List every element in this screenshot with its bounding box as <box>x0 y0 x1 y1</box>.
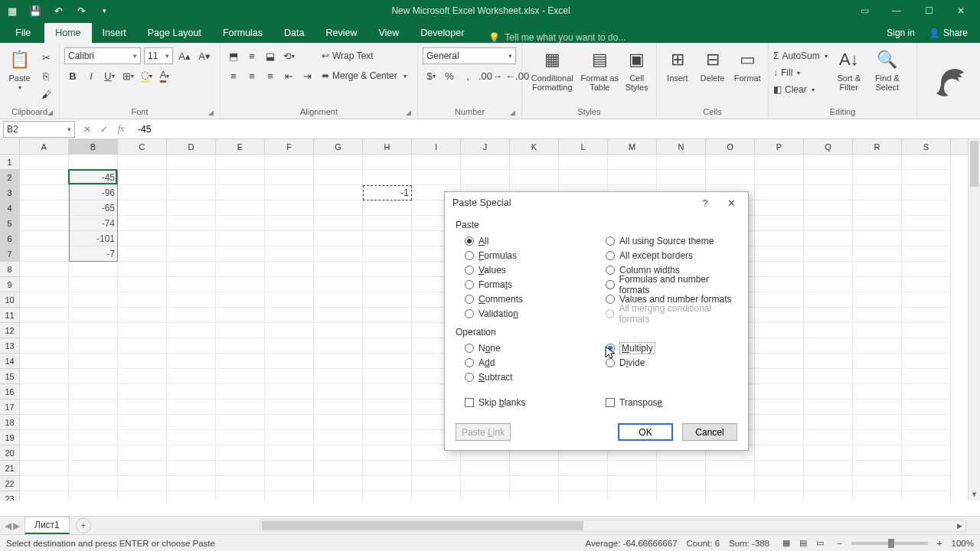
cell-Q19[interactable] <box>804 430 853 445</box>
cell-F19[interactable] <box>265 430 314 445</box>
cell-H21[interactable] <box>363 461 412 476</box>
column-header-E[interactable]: E <box>216 139 265 154</box>
column-header-O[interactable]: O <box>706 139 755 154</box>
cell-E22[interactable] <box>216 476 265 491</box>
cell-P19[interactable] <box>755 430 804 445</box>
normal-view-icon[interactable]: ▦ <box>779 537 794 549</box>
font-color-button[interactable]: A▾ <box>156 67 173 84</box>
radio-all-using-source-theme[interactable]: All using Source theme <box>596 233 737 248</box>
row-header-6[interactable]: 6 <box>0 231 20 246</box>
cell-R13[interactable] <box>853 338 902 354</box>
percent-format-icon[interactable]: % <box>441 67 458 84</box>
cell-Q11[interactable] <box>804 308 853 323</box>
zoom-out-icon[interactable]: − <box>837 539 842 548</box>
column-header-H[interactable]: H <box>363 139 412 154</box>
row-header-13[interactable]: 13 <box>0 338 20 354</box>
cell-H7[interactable] <box>363 246 412 262</box>
transpose-checkbox[interactable]: Transpose <box>596 395 737 409</box>
cell-E5[interactable] <box>216 216 265 231</box>
cell-Q20[interactable] <box>804 445 853 461</box>
cell-Q8[interactable] <box>804 262 853 277</box>
cell-Q22[interactable] <box>804 476 853 491</box>
cell-B18[interactable] <box>69 415 118 430</box>
cell-P6[interactable] <box>755 231 804 246</box>
cell-F22[interactable] <box>265 476 314 491</box>
cell-R11[interactable] <box>853 308 902 323</box>
cell-R16[interactable] <box>853 384 902 399</box>
column-header-M[interactable]: M <box>608 139 657 154</box>
cell-A4[interactable] <box>20 201 69 216</box>
cell-D18[interactable] <box>167 415 216 430</box>
cell-D7[interactable] <box>167 246 216 262</box>
cell-E2[interactable] <box>216 170 265 185</box>
cell-B9[interactable] <box>69 277 118 292</box>
cell-R23[interactable] <box>853 491 902 500</box>
cancel-button[interactable]: Cancel <box>682 423 737 441</box>
cell-G4[interactable] <box>314 201 363 216</box>
cell-F2[interactable] <box>265 170 314 185</box>
cell-E4[interactable] <box>216 201 265 216</box>
column-header-I[interactable]: I <box>412 139 461 154</box>
cell-G21[interactable] <box>314 461 363 476</box>
cell-Q3[interactable] <box>804 185 853 201</box>
column-header-A[interactable]: A <box>20 139 69 154</box>
cell-R17[interactable] <box>853 399 902 415</box>
comma-format-icon[interactable]: , <box>459 67 476 84</box>
row-header-8[interactable]: 8 <box>0 262 20 277</box>
cell-C11[interactable] <box>118 308 167 323</box>
cell-B20[interactable] <box>69 445 118 461</box>
cell-G7[interactable] <box>314 246 363 262</box>
dialog-launcher-icon[interactable]: ◢ <box>47 109 53 116</box>
minimize-icon[interactable]: — <box>880 0 913 21</box>
formula-input[interactable] <box>133 121 980 138</box>
cell-S10[interactable] <box>902 292 951 308</box>
cell-H8[interactable] <box>363 262 412 277</box>
row-header-4[interactable]: 4 <box>0 201 20 216</box>
enter-formula-icon[interactable]: ✓ <box>96 122 112 137</box>
cell-A15[interactable] <box>20 369 69 384</box>
number-format-combo[interactable]: General▾ <box>423 47 516 64</box>
tab-formulas[interactable]: Formulas <box>212 23 273 43</box>
share-button[interactable]: 👤 Share <box>923 23 974 43</box>
cell-G12[interactable] <box>314 323 363 338</box>
cell-A6[interactable] <box>20 231 69 246</box>
cell-E1[interactable] <box>216 155 265 170</box>
cell-P9[interactable] <box>755 277 804 292</box>
radio-divide[interactable]: Divide <box>596 355 737 370</box>
cell-D15[interactable] <box>167 369 216 384</box>
cell-P7[interactable] <box>755 246 804 262</box>
cell-H14[interactable] <box>363 354 412 369</box>
orientation-icon[interactable]: ⟲▾ <box>280 47 297 64</box>
tab-home[interactable]: Home <box>44 23 91 43</box>
radio-validation[interactable]: Validation <box>456 306 596 321</box>
cell-P11[interactable] <box>755 308 804 323</box>
column-header-L[interactable]: L <box>559 139 608 154</box>
cell-R20[interactable] <box>853 445 902 461</box>
cell-Q1[interactable] <box>804 155 853 170</box>
row-header-20[interactable]: 20 <box>0 445 20 461</box>
cell-C19[interactable] <box>118 430 167 445</box>
conditional-formatting-button[interactable]: ▦Conditional Formatting <box>527 47 577 92</box>
tab-page-layout[interactable]: Page Layout <box>137 23 212 43</box>
cell-D17[interactable] <box>167 399 216 415</box>
cell-F1[interactable] <box>265 155 314 170</box>
align-middle-icon[interactable]: ≡ <box>243 47 260 64</box>
cell-F13[interactable] <box>265 338 314 354</box>
cell-L21[interactable] <box>559 461 608 476</box>
tab-view[interactable]: View <box>368 23 410 43</box>
column-header-P[interactable]: P <box>755 139 804 154</box>
cell-B19[interactable] <box>69 430 118 445</box>
cell-R19[interactable] <box>853 430 902 445</box>
tab-file[interactable]: File <box>2 23 44 43</box>
zoom-slider[interactable] <box>851 542 928 545</box>
cell-C20[interactable] <box>118 445 167 461</box>
cell-I23[interactable] <box>412 491 461 500</box>
column-header-J[interactable]: J <box>461 139 510 154</box>
copy-icon[interactable]: ⎘ <box>38 67 54 84</box>
sort-filter-button[interactable]: A↓Sort & Filter <box>832 47 866 92</box>
cell-B13[interactable] <box>69 338 118 354</box>
cell-P14[interactable] <box>755 354 804 369</box>
cell-H6[interactable] <box>363 231 412 246</box>
column-header-G[interactable]: G <box>314 139 363 154</box>
cell-N21[interactable] <box>657 461 706 476</box>
